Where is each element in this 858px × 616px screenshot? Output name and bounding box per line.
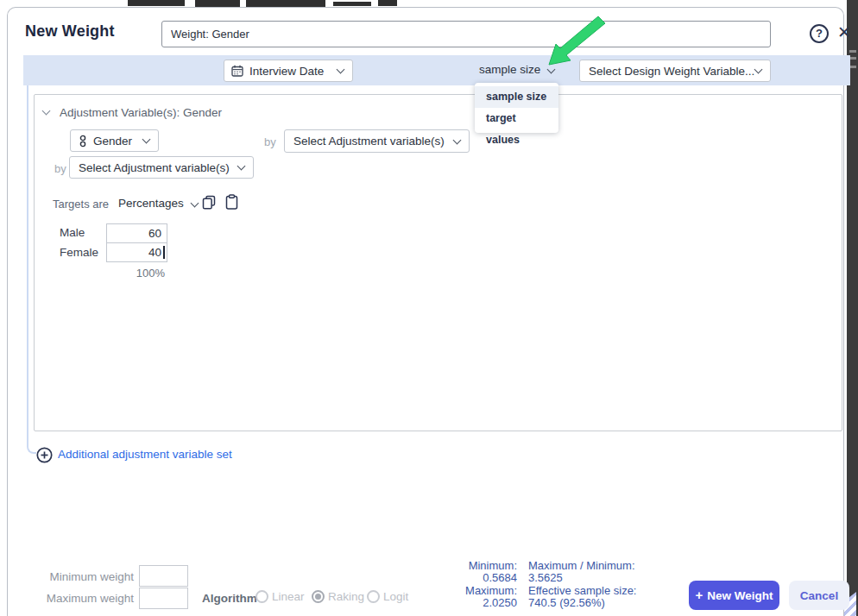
stat-ess-label: Effective sample size: (528, 584, 636, 597)
target-value-input-male[interactable] (106, 223, 167, 243)
plus-icon: + (695, 588, 703, 602)
by-label: by (264, 135, 276, 148)
maximum-weight-label: Maximum weight (41, 592, 134, 605)
targets-are-label: Targets are (53, 198, 109, 211)
adjustment-header: Adjustment Variable(s): Gender (60, 106, 222, 119)
background-artifact (246, 0, 325, 7)
targets-type-dropdown[interactable]: Percentages (118, 197, 198, 210)
chevron-down-icon (754, 66, 763, 74)
design-weight-dropdown[interactable]: Select Design Weight Variable... (579, 60, 771, 82)
targets-type-value: Percentages (118, 197, 184, 210)
stat-maximum-value: 2.0250 (413, 596, 517, 609)
chevron-down-icon (547, 66, 556, 74)
chevron-down-icon (190, 199, 199, 208)
sum-to-value: sample size (479, 63, 540, 76)
help-icon[interactable]: ? (810, 24, 829, 43)
radio-label: Logit (383, 590, 408, 603)
select-adjustment-placeholder: Select Adjustment variable(s) (293, 135, 445, 148)
adjustment-variable-dropdown-2[interactable]: Select Adjustment variable(s) (284, 129, 470, 153)
background-edge (847, 0, 858, 616)
stat-maximum-label: Maximum: (413, 584, 517, 597)
stat-minimum-label: Minimum: (413, 559, 517, 572)
additional-adjustment-link[interactable]: Additional adjustment variable set (58, 448, 232, 461)
background-artifact (378, 0, 397, 6)
recompute-variable-value: Interview Date (249, 65, 324, 78)
radio-selected-icon (312, 590, 325, 603)
target-value-input-female[interactable] (106, 242, 167, 262)
minimum-weight-input[interactable] (139, 565, 188, 587)
close-icon[interactable]: ✕ (834, 22, 855, 43)
chevron-down-icon (237, 162, 246, 171)
paste-icon[interactable] (225, 194, 238, 210)
target-row-label: Female (60, 246, 98, 259)
new-weight-button[interactable]: + New Weight (689, 581, 779, 610)
algorithm-label: Algorithm (202, 592, 257, 605)
background-artifact (195, 0, 240, 7)
minimum-weight-label: Minimum weight (41, 570, 134, 583)
design-weight-placeholder: Select Design Weight Variable... (589, 65, 754, 78)
sum-to-dropdown[interactable]: sample size (479, 63, 554, 76)
recompute-variable-dropdown[interactable]: Interview Date (224, 60, 353, 82)
stat-ratio-label: Maximum / Minimum: (528, 559, 635, 572)
radio-logit[interactable]: Logit (367, 590, 408, 603)
cancel-button[interactable]: Cancel (789, 581, 849, 610)
stat-minimum-value: 0.5684 (413, 571, 517, 584)
menu-item-sample-size[interactable]: sample size (475, 86, 558, 108)
radio-icon (367, 590, 380, 603)
stat-ess-value: 740.5 (92.56%) (528, 596, 605, 609)
chevron-down-icon (142, 135, 151, 144)
sum-to-menu: sample size target values (475, 83, 558, 133)
background-artifact (333, 2, 371, 6)
stat-ratio-value: 3.5625 (528, 571, 563, 584)
maximum-weight-input[interactable] (139, 588, 188, 609)
text-cursor (163, 246, 165, 259)
calendar-icon (231, 65, 243, 77)
new-weight-button-label: New Weight (707, 589, 773, 602)
menu-item-target-values[interactable]: target values (475, 108, 558, 129)
background-artifact (128, 0, 185, 6)
adjustment-variable-dropdown-3[interactable]: Select Adjustment variable(s) (69, 156, 254, 179)
copy-icon[interactable] (202, 195, 216, 210)
chevron-down-icon (337, 66, 345, 74)
adjustment-variable-value: Gender (93, 135, 132, 148)
radio-label: Linear (272, 590, 305, 603)
select-adjustment-placeholder: Select Adjustment variable(s) (79, 161, 230, 174)
adjustment-variable-dropdown[interactable]: Gender (70, 129, 159, 152)
screen: New Weight ? ✕ Recompute weights for Mak… (0, 0, 858, 616)
new-weight-dialog: New Weight ? ✕ Recompute weights for Mak… (7, 7, 844, 616)
categorical-variable-icon (79, 135, 86, 148)
radio-raking[interactable]: Raking (312, 590, 364, 603)
dialog-title: New Weight (25, 22, 115, 41)
weight-name-input[interactable] (161, 21, 771, 47)
radio-label: Raking (328, 590, 364, 603)
chevron-down-icon (453, 135, 462, 144)
by-label: by (54, 162, 66, 175)
plus-circle-icon[interactable] (36, 447, 53, 463)
radio-icon (256, 590, 268, 603)
targets-total: 100% (106, 267, 167, 280)
radio-linear[interactable]: Linear (256, 590, 305, 603)
target-row-label: Male (60, 226, 85, 239)
